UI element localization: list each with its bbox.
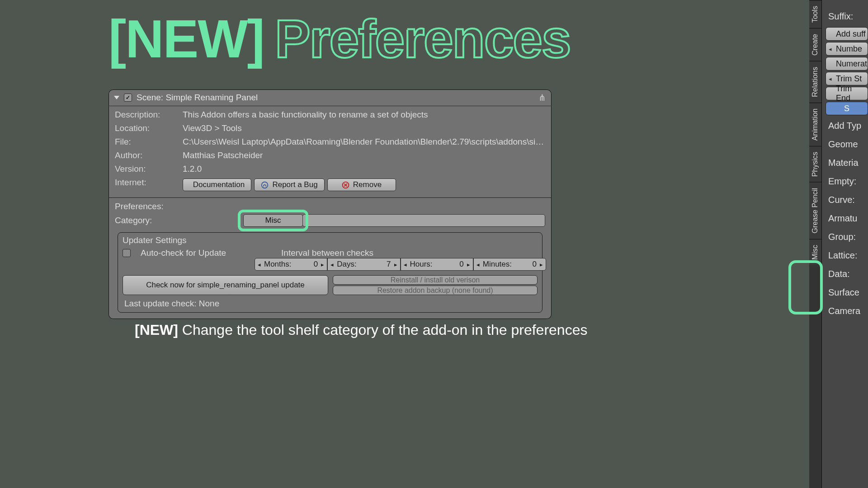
tab-misc[interactable]: Misc — [809, 239, 821, 265]
row-data: Data: — [822, 265, 868, 283]
row-camera: Camera — [822, 302, 868, 320]
location-label: Location: — [115, 123, 183, 133]
caption-tag: [NEW] — [135, 322, 178, 338]
hours-spinner[interactable]: ◂Hours:0▸ — [401, 258, 473, 271]
addon-title: Scene: Simple Renaming Panel — [137, 93, 538, 103]
addon-enable-checkbox[interactable] — [124, 94, 132, 102]
tab-animation[interactable]: Animation — [809, 103, 821, 146]
tool-shelf: Tools Create Relations Animation Physics… — [809, 0, 868, 488]
caption: [NEW] Change the tool shelf category of … — [135, 322, 587, 338]
number-button[interactable]: Numbe — [826, 42, 868, 56]
chevron-right-icon[interactable]: ▸ — [394, 261, 397, 268]
row-surface: Surface — [822, 283, 868, 302]
tab-create[interactable]: Create — [809, 28, 821, 61]
category-label: Category: — [115, 216, 243, 225]
description-value: This Addon offers a basic functionality … — [183, 110, 545, 120]
caption-text: Change the tool shelf category of the ad… — [182, 322, 588, 338]
description-label: Description: — [115, 110, 183, 120]
row-lattice: Lattice: — [822, 246, 868, 265]
last-update-check: Last update check: None — [123, 295, 538, 310]
file-value: C:\Users\Weisl Laptop\AppData\Roaming\Bl… — [183, 137, 545, 147]
remove-button[interactable]: Remove — [327, 178, 396, 191]
author-label: Author: — [115, 150, 183, 160]
bug-icon — [261, 181, 269, 189]
disclosure-triangle-icon[interactable] — [114, 96, 119, 99]
trim-start-button[interactable]: Trim St — [826, 72, 868, 85]
minutes-spinner[interactable]: ◂Minutes:0▸ — [473, 258, 546, 271]
report-bug-button[interactable]: Report a Bug — [254, 178, 325, 191]
suffix-label: Suffix: — [822, 7, 868, 26]
add-suffix-button[interactable]: Add suff — [826, 27, 868, 41]
row-add-type[interactable]: Add Typ — [822, 117, 868, 135]
trim-end-button[interactable]: Trim End — [826, 87, 868, 100]
internet-label: Internet: — [115, 178, 183, 194]
row-geometry: Geome — [822, 135, 868, 154]
armature-icon[interactable]: ⋔ — [538, 92, 546, 103]
chevron-left-icon[interactable]: ◂ — [404, 261, 407, 268]
chevron-left-icon[interactable]: ◂ — [330, 261, 334, 268]
chevron-left-icon[interactable]: ◂ — [258, 261, 261, 268]
chevron-left-icon[interactable]: ◂ — [476, 261, 480, 268]
addon-preferences-panel: Scene: Simple Renaming Panel ⋔ Descripti… — [108, 89, 552, 319]
panel-header: Scene: Simple Renaming Panel ⋔ — [108, 89, 552, 106]
interval-label: Interval between checks — [281, 248, 373, 258]
updater-settings: Updater Settings Auto-check for Update I… — [118, 232, 542, 313]
row-curve: Curve: — [822, 191, 868, 209]
numerate-button[interactable]: Numerat — [826, 57, 868, 70]
row-empty: Empty: — [822, 172, 868, 191]
selected-only-button[interactable]: S — [826, 102, 868, 115]
tab-tools[interactable]: Tools — [809, 0, 821, 28]
file-label: File: — [115, 137, 183, 147]
preferences-body: Preferences: Category: Updater Settings … — [108, 197, 552, 319]
preferences-label: Preferences: — [115, 202, 545, 211]
remove-icon — [342, 181, 349, 189]
version-label: Version: — [115, 164, 183, 174]
days-spinner[interactable]: ◂Days:7▸ — [327, 258, 400, 271]
documentation-button[interactable]: Documentation — [183, 178, 251, 191]
restore-backup-button[interactable]: Restore addon backup (none found) — [333, 286, 538, 295]
location-value: View3D > Tools — [183, 123, 545, 133]
row-material: Materia — [822, 154, 868, 172]
chevron-right-icon[interactable]: ▸ — [540, 261, 543, 268]
row-armature: Armatu — [822, 209, 868, 228]
updater-heading: Updater Settings — [123, 235, 538, 245]
tool-shelf-body: Suffix: Add suff Numbe Numerat Trim St T… — [822, 0, 868, 488]
tab-relations[interactable]: Relations — [809, 61, 821, 103]
tool-shelf-tabs: Tools Create Relations Animation Physics… — [809, 0, 822, 488]
title-tag: [NEW] — [108, 9, 264, 69]
auto-check-checkbox[interactable] — [123, 249, 131, 257]
chevron-right-icon[interactable]: ▸ — [467, 261, 470, 268]
version-value: 1.2.0 — [183, 164, 545, 174]
reinstall-button[interactable]: Reinstall / install old verison — [333, 275, 538, 285]
title-word: Preferences — [275, 9, 571, 69]
chevron-right-icon[interactable]: ▸ — [321, 261, 324, 268]
tab-grease-pencil[interactable]: Grease Pencil — [809, 182, 821, 239]
author-value: Matthias Patscheider — [183, 150, 545, 160]
row-group: Group: — [822, 228, 868, 246]
page-title: [NEW]Preferences — [108, 8, 571, 70]
category-input[interactable] — [243, 214, 303, 227]
category-field-extend[interactable] — [302, 214, 545, 227]
months-spinner[interactable]: ◂Months:0▸ — [255, 258, 327, 271]
auto-check-label: Auto-check for Update — [141, 248, 226, 258]
check-now-button[interactable]: Check now for simple_renaming_panel upda… — [123, 275, 328, 295]
tab-physics[interactable]: Physics — [809, 146, 821, 182]
addon-info: Description:This Addon offers a basic fu… — [108, 106, 552, 197]
svg-point-3 — [262, 182, 268, 188]
